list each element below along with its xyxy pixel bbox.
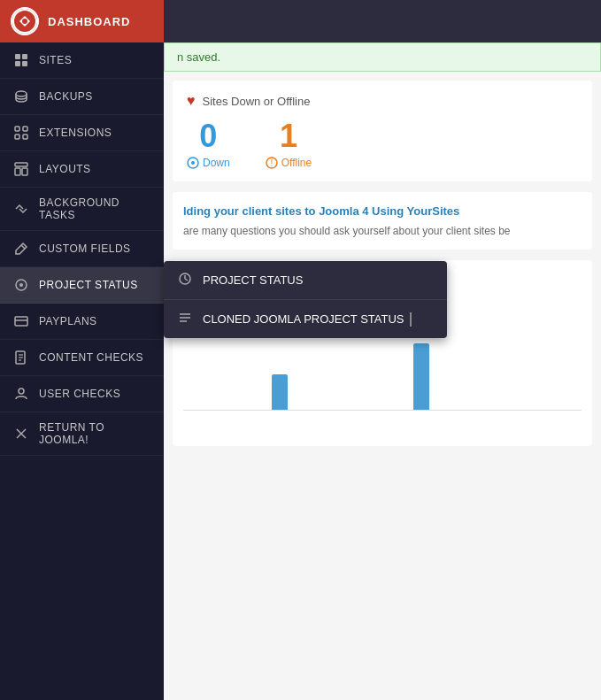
offline-label: ! Offline [266,157,312,169]
sidebar-item-project-status[interactable]: PROJECT STATUS [0,267,164,304]
sidebar-item-background-tasks[interactable]: BACKGROUND TASKS [0,188,164,231]
svg-text:!: ! [270,158,273,168]
sidebar-item-layouts-label: LAYOUTS [39,163,91,175]
payplans-icon [12,312,30,330]
bar-group-2 [272,374,325,410]
sidebar-title: DASHBOARD [48,15,131,28]
status-numbers: 0 Down 1 ! Offline [187,118,578,169]
sidebar-item-payplans-label: PAYPLANS [39,315,97,327]
svg-rect-12 [15,168,20,175]
sites-status-card: ♥ Sites Down or Offline 0 Down 1 [173,81,592,181]
sidebar-item-sites[interactable]: SITES [0,42,164,79]
sidebar-header: DASHBOARD [0,0,164,42]
svg-rect-13 [22,168,27,175]
sidebar-item-user-checks[interactable]: USER CHECKS [0,376,164,412]
backups-icon [12,88,30,105]
down-icon [187,157,199,169]
bar-group-4 [413,343,466,410]
down-status: 0 Down [187,118,230,169]
bar-joomla-4 [413,343,429,410]
svg-rect-10 [23,135,27,139]
sidebar-item-content-checks-label: CONTENT CHECKS [39,351,143,364]
save-banner: n saved. [164,42,601,72]
svg-line-14 [21,245,25,249]
svg-rect-3 [22,54,27,59]
blog-section: lding your client sites to Joomla 4 Usin… [173,192,592,250]
sites-status-title: Sites Down or Offline [203,95,311,108]
sidebar-item-payplans[interactable]: PAYPLANS [0,304,164,340]
sidebar-item-custom-fields[interactable]: CUSTOM FIELDS [0,231,164,267]
down-label-text: Down [203,157,230,169]
svg-rect-17 [15,317,27,326]
dropdown-item-cloned-joomla[interactable]: CLONED JOOMLA PROJECT STATUS [164,300,447,338]
sidebar-item-sites-label: SITES [39,54,72,66]
save-banner-text: n saved. [177,50,220,64]
dropdown-menu: PROJECT STATUS CLONED JOOMLA PROJECT STA… [164,261,447,338]
sidebar-item-backups[interactable]: BACKUPS [0,79,164,115]
svg-point-1 [22,19,27,24]
dropdown-item-cloned-joomla-label: CLONED JOOMLA PROJECT STATUS [203,312,405,326]
svg-rect-9 [15,135,19,139]
svg-point-16 [19,283,23,287]
bar-joomla-2 [272,374,288,410]
sidebar-item-backups-label: BACKUPS [39,90,93,103]
list-icon [178,311,192,327]
blog-text: are many questions you should ask yourse… [183,224,582,239]
sidebar-item-return-joomla-label: RETURN TO JOOMLA! [39,421,151,446]
heart-icon: ♥ [187,93,196,109]
sidebar-item-project-status-label: PROJECT STATUS [39,279,138,291]
sidebar-item-content-checks[interactable]: CONTENT CHECKS [0,340,164,376]
sidebar-item-layouts[interactable]: LAYOUTS [0,151,164,188]
svg-rect-4 [15,61,20,66]
sites-status-header: ♥ Sites Down or Offline [187,93,578,109]
dropdown-item-project-status[interactable]: PROJECT STATUS [164,261,447,300]
layouts-icon [12,160,30,178]
project-status-icon [12,276,30,294]
svg-point-23 [19,388,24,394]
sites-icon [12,51,30,69]
svg-point-6 [16,91,27,96]
extensions-icon [12,124,30,142]
sidebar-item-background-tasks-label: BACKGROUND TASKS [39,196,151,221]
sidebar-item-custom-fields-label: CUSTOM FIELDS [39,242,131,255]
svg-line-32 [185,279,188,281]
custom-fields-icon [12,240,30,258]
background-tasks-icon [12,200,30,218]
svg-rect-7 [15,127,19,131]
sidebar-item-return-to-joomla[interactable]: RETURN TO JOOMLA! [0,412,164,456]
main-content: n saved. ♥ Sites Down or Offline 0 Down … [164,0,601,700]
down-label: Down [187,157,230,169]
top-bar [164,0,601,42]
clock-icon [178,272,192,288]
sidebar-item-extensions-label: EXTENSIONS [39,127,112,139]
content-checks-icon [12,349,30,366]
dropdown-item-project-status-label: PROJECT STATUS [203,273,303,287]
offline-label-text: Offline [281,157,312,169]
offline-count: 1 [266,118,312,155]
user-checks-icon [12,385,30,403]
sidebar-item-extensions[interactable]: EXTENSIONS [0,115,164,151]
svg-rect-8 [23,127,27,131]
cursor-indicator [410,312,417,327]
return-joomla-icon [12,425,30,442]
blog-link[interactable]: lding your client sites to Joomla 4 Usin… [183,204,459,218]
offline-icon: ! [266,157,278,169]
sidebar: DASHBOARD SITES BACKUPS [0,0,164,700]
svg-rect-5 [22,61,27,66]
svg-point-27 [191,161,195,165]
sidebar-logo [11,7,39,35]
svg-rect-2 [15,54,20,59]
down-count: 0 [187,118,230,155]
offline-status: 1 ! Offline [266,118,312,169]
sidebar-item-user-checks-label: USER CHECKS [39,388,120,400]
svg-rect-11 [15,163,27,166]
